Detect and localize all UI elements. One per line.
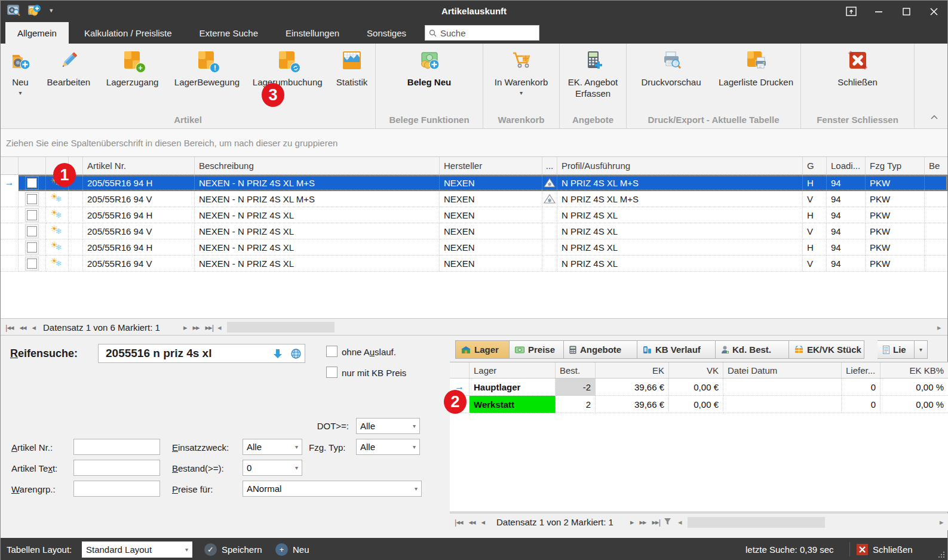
cell-lager[interactable]: Hauptlager — [470, 379, 556, 396]
cell-hersteller[interactable]: NEXEN — [440, 207, 542, 223]
header-bestand[interactable]: Best. — [556, 362, 596, 378]
cell-beschreibung[interactable]: NEXEN - N PRIZ 4S XL — [195, 223, 440, 239]
header-ek[interactable]: EK — [596, 362, 669, 378]
header-fzg-typ[interactable]: Fzg Typ — [866, 157, 925, 174]
cell-g[interactable]: H — [803, 175, 827, 191]
cell-fzg-typ[interactable]: PKW — [866, 256, 925, 272]
nur-mit-kb-preis-checkbox[interactable] — [326, 367, 338, 378]
scroll-right-button[interactable]: ▸ — [940, 513, 944, 531]
row-checkbox[interactable] — [27, 242, 37, 253]
header-vk[interactable]: VK — [669, 362, 723, 378]
beleg-neu-button[interactable]: Beleg Neu — [385, 44, 474, 110]
header-pmsf[interactable]: ... — [542, 157, 557, 174]
cell-loadindex[interactable]: 94 — [827, 239, 866, 256]
scroll-left-button[interactable]: ◂ — [217, 319, 222, 336]
first-record-button[interactable]: |◂◂ — [5, 323, 13, 332]
dot-combobox[interactable]: Alle▾ — [356, 418, 420, 434]
prev-record-button[interactable]: ◂ — [32, 323, 36, 332]
cell-fzg-typ[interactable]: PKW — [866, 207, 925, 223]
neu-dropdown-caret-icon[interactable]: ▾ — [19, 90, 22, 96]
cell-loadindex[interactable]: 94 — [827, 191, 866, 207]
next-page-button[interactable]: ▸▸ — [640, 518, 646, 527]
cell-beschreibung[interactable]: NEXEN - N PRIZ 4S XL M+S — [195, 191, 440, 207]
cell-artikel-nr[interactable]: 205/55R16 94 H — [83, 207, 195, 223]
preise-fuer-combobox[interactable]: ANormal▾ — [243, 481, 422, 497]
header-loadindex[interactable]: Loadi... — [827, 157, 866, 174]
cell-profil[interactable]: N PRIZ 4S XL M+S — [557, 175, 803, 191]
warengrp-input[interactable] — [73, 481, 160, 497]
cell-loadindex[interactable]: 94 — [827, 175, 866, 191]
table-row[interactable]: ☀❄ 205/55R16 94 V NEXEN - N PRIZ 4S XL N… — [1, 256, 947, 272]
tab-allgemein[interactable]: Allgemein — [5, 22, 69, 44]
row-checkbox[interactable] — [27, 259, 37, 269]
cell-bestand[interactable]: -2 — [556, 379, 596, 396]
statistik-button[interactable]: Statistik — [329, 44, 375, 110]
cell-profil[interactable]: N PRIZ 4S XL M+S — [557, 191, 803, 207]
table-row[interactable]: ☀❄ 205/55R16 94 H NEXEN - N PRIZ 4S XL N… — [1, 239, 947, 256]
cell-artikel-nr[interactable]: 205/55R16 94 H — [83, 239, 195, 256]
ohne-auslauf-checkbox[interactable] — [326, 346, 338, 357]
tab-preise[interactable]: Preise — [510, 340, 564, 359]
cell-beschreibung[interactable]: NEXEN - N PRIZ 4S XL — [195, 207, 440, 223]
cell-beschreibung[interactable]: NEXEN - N PRIZ 4S XL — [195, 256, 440, 272]
horizontal-scrollbar-thumb[interactable] — [688, 517, 825, 528]
cell-ek-kb[interactable]: 0,00 % — [880, 379, 948, 396]
cell-hersteller[interactable]: NEXEN — [440, 223, 542, 239]
cell-datei-datum[interactable] — [723, 396, 842, 413]
cell-ek[interactable]: 39,66 € — [596, 396, 669, 413]
header-artikel-nr[interactable]: Artikel Nr. — [83, 157, 195, 174]
bestand-combobox[interactable]: 0▾ — [243, 460, 302, 476]
cell-artikel-nr[interactable]: 205/55R16 94 V — [83, 191, 195, 207]
cell-ek-kb[interactable]: 0,00 % — [880, 396, 948, 413]
artikel-text-input[interactable] — [73, 460, 160, 476]
cell-vk[interactable]: 0,00 € — [669, 396, 723, 413]
row-checkbox[interactable] — [27, 210, 37, 220]
header-beschreibung[interactable]: Beschreibung — [195, 157, 440, 174]
lager-row-hauptlager[interactable]: → Hauptlager -2 39,66 € 0,00 € 0 0,00 % — [450, 379, 948, 396]
fzg-typ-combobox[interactable]: Alle▾ — [356, 439, 420, 455]
artikel-nr-input[interactable] — [73, 439, 160, 455]
cell-ek[interactable]: 39,66 € — [596, 379, 669, 396]
header-profil[interactable]: Profil/Ausführung — [557, 157, 803, 174]
cell-fzg-typ[interactable]: PKW — [866, 223, 925, 239]
schliessen-button[interactable]: Schließen — [822, 44, 894, 110]
header-ek-kb[interactable]: EK KB% — [880, 362, 948, 378]
layout-neu-button[interactable]: + Neu — [275, 538, 309, 560]
cell-beschreibung[interactable]: NEXEN - N PRIZ 4S XL M+S — [195, 175, 440, 191]
tab-kd-best[interactable]: Kd. Best. — [716, 340, 789, 359]
cell-lager[interactable]: Werkstatt — [470, 396, 556, 413]
header-g[interactable]: G — [803, 157, 827, 174]
tab-kb-verlauf[interactable]: KB Verlauf — [637, 340, 716, 359]
tab-ek-vk-stueck[interactable]: EK/VK Stück — [789, 340, 864, 359]
cell-loadindex[interactable]: 94 — [827, 256, 866, 272]
ek-angebot-erfassen-button[interactable]: EK. Angebot Erfassen — [562, 44, 625, 110]
tab-lieferanten[interactable]: Lie — [878, 340, 915, 359]
cell-artikel-nr[interactable]: 205/55R16 94 V — [83, 256, 195, 272]
cell-lieferant[interactable]: 0 — [842, 379, 880, 396]
row-checkbox[interactable] — [27, 178, 37, 188]
tab-angebote[interactable]: Angebote — [564, 340, 637, 359]
cell-datei-datum[interactable] — [723, 379, 842, 396]
cell-profil[interactable]: N PRIZ 4S XL — [557, 256, 803, 272]
in-warenkorb-button[interactable]: In Warenkorb ▾ — [486, 44, 557, 110]
tab-lager[interactable]: Lager — [455, 340, 510, 359]
lager-row-werkstatt[interactable]: Werkstatt 2 39,66 € 0,00 € 0 0,00 % — [450, 396, 948, 413]
lagerbewegung-button[interactable]: ! LagerBewegung — [168, 44, 247, 110]
ribbon-search-box[interactable] — [425, 25, 539, 41]
cell-beschreibung[interactable]: NEXEN - N PRIZ 4S XL — [195, 239, 440, 256]
cell-lieferant[interactable]: 0 — [842, 396, 880, 413]
maximize-button[interactable] — [892, 1, 920, 22]
prev-page-button[interactable]: ◂◂ — [468, 518, 475, 527]
lagerumbuchung-button[interactable]: Lagerumbuchung — [246, 44, 329, 110]
warenkorb-dropdown-caret-icon[interactable]: ▾ — [520, 90, 523, 96]
cell-vk[interactable]: 0,00 € — [669, 379, 723, 396]
cell-fzg-typ[interactable]: PKW — [866, 191, 925, 207]
header-datei-datum[interactable]: Datei Datum — [723, 362, 842, 378]
cell-fzg-typ[interactable]: PKW — [866, 239, 925, 256]
lagerzugang-button[interactable]: + Lagerzugang — [97, 44, 168, 110]
cell-artikel-nr[interactable]: 205/55R16 94 H — [83, 175, 195, 191]
ribbon-collapse-icon[interactable] — [928, 112, 940, 122]
cell-fzg-typ[interactable]: PKW — [866, 175, 925, 191]
header-lager[interactable]: Lager — [470, 362, 556, 378]
table-row[interactable]: ☀❄ 205/55R16 94 H NEXEN - N PRIZ 4S XL N… — [1, 207, 947, 223]
